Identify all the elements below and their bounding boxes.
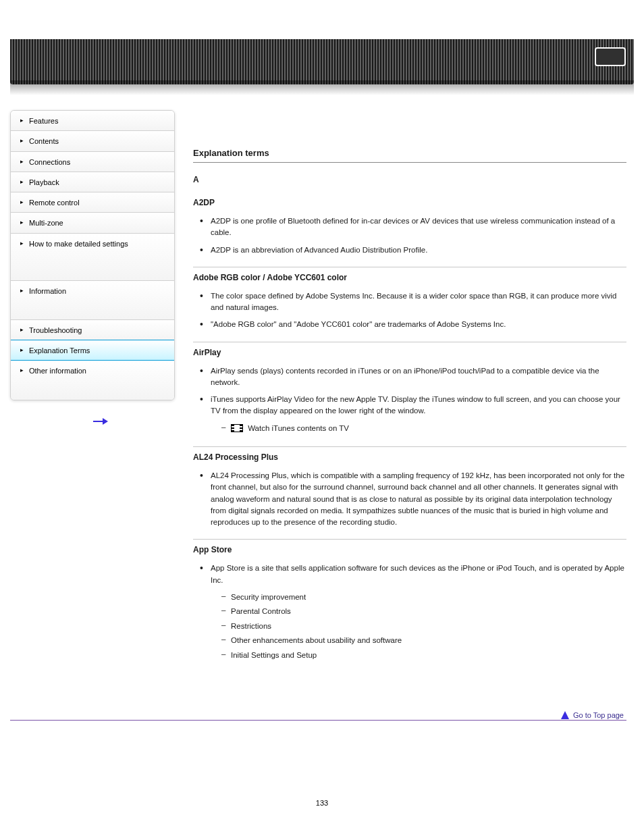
banner-shadow bbox=[10, 80, 634, 95]
sidebar-item-label: Features bbox=[29, 115, 167, 126]
sidebar-item-playback[interactable]: ▸Playback bbox=[11, 172, 174, 192]
sidebar-item-label: How to make detailed settings bbox=[29, 238, 167, 249]
film-subnote-label: Watch iTunes contents on TV bbox=[246, 424, 349, 432]
term-subnote: Restrictions bbox=[221, 619, 626, 634]
term-title: A2DP bbox=[193, 198, 626, 207]
term-row: A2DPA2DP is one profile of Bluetooth def… bbox=[193, 192, 626, 267]
sidebar-item-multi-zone[interactable]: ▸Multi-zone bbox=[11, 213, 174, 233]
sidebar-item-information[interactable]: ▸Information bbox=[11, 281, 174, 320]
term-subnote: Security improvement bbox=[221, 590, 626, 605]
app-mode-button[interactable] bbox=[595, 47, 626, 66]
chevron-right-icon: ▸ bbox=[20, 197, 24, 207]
term-row: Adobe RGB color / Adobe YCC601 colorThe … bbox=[193, 267, 626, 342]
term-note: AL24 Processing Plus, which is compatibl… bbox=[200, 467, 626, 531]
term-title: App Store bbox=[193, 545, 626, 554]
term-note: App Store is a site that sells applicati… bbox=[200, 560, 626, 665]
sidebar-item-label: Explanation Terms bbox=[29, 345, 167, 355]
chevron-right-icon: ▸ bbox=[20, 157, 24, 166]
sidebar-item-connections[interactable]: ▸Connections bbox=[11, 152, 174, 172]
chevron-right-icon: ▸ bbox=[20, 325, 24, 334]
sidebar-item-how-to-make-detailed-settings[interactable]: ▸How to make detailed settings bbox=[11, 234, 174, 281]
chevron-right-icon: ▸ bbox=[20, 177, 24, 186]
term-note: iTunes supports AirPlay Video for the ne… bbox=[200, 391, 626, 438]
term-note: AirPlay sends (plays) contents recorded … bbox=[200, 363, 626, 392]
term-note: A2DP is one profile of Bluetooth defined… bbox=[200, 213, 626, 242]
term-title: AirPlay bbox=[193, 348, 626, 357]
sidebar-item-label: Other information bbox=[29, 365, 167, 375]
term-note: The color space defined by Adobe Systems… bbox=[200, 288, 626, 317]
sidebar-item-features[interactable]: ▸Features bbox=[11, 111, 174, 131]
group-heading: A bbox=[193, 175, 626, 184]
go-to-top-label: Go to Top page bbox=[573, 711, 624, 719]
chevron-right-icon: ▸ bbox=[20, 365, 24, 375]
next-page-arrow[interactable] bbox=[93, 417, 109, 427]
page-title: Explanation terms bbox=[193, 148, 626, 158]
sidebar-item-troubleshooting[interactable]: ▸Troubleshooting bbox=[11, 320, 174, 340]
sidebar-item-label: Remote control bbox=[29, 197, 167, 207]
title-rule bbox=[193, 162, 626, 163]
sidebar-item-explanation-terms[interactable]: ▸Explanation Terms bbox=[11, 340, 174, 361]
term-row: AirPlayAirPlay sends (plays) contents re… bbox=[193, 342, 626, 448]
sidebar-item-label: Troubleshooting bbox=[29, 325, 167, 335]
sidebar-item-contents[interactable]: ▸Contents bbox=[11, 131, 174, 151]
term-subnote: Initial Settings and Setup bbox=[221, 648, 626, 663]
sidebar-item-label: Connections bbox=[29, 157, 167, 167]
sidebar-item-label: Playback bbox=[29, 177, 167, 187]
svg-marker-1 bbox=[103, 418, 108, 425]
header-banner bbox=[10, 39, 634, 84]
term-subnote: Parental Controls bbox=[221, 604, 626, 619]
sidebar-item-label: Contents bbox=[29, 136, 167, 146]
term-title: Adobe RGB color / Adobe YCC601 color bbox=[193, 273, 626, 282]
film-icon bbox=[231, 424, 243, 432]
term-note: "Adobe RGB color" and "Adobe YCC601 colo… bbox=[200, 316, 626, 333]
sidebar-item-remote-control[interactable]: ▸Remote control bbox=[11, 192, 174, 213]
term-title: AL24 Processing Plus bbox=[193, 452, 626, 462]
chevron-right-icon: ▸ bbox=[20, 217, 24, 227]
chevron-right-icon: ▸ bbox=[20, 286, 24, 295]
chevron-right-icon: ▸ bbox=[20, 115, 24, 125]
chevron-right-icon: ▸ bbox=[20, 136, 24, 145]
sidebar-item-other-information[interactable]: ▸Other information bbox=[11, 361, 174, 400]
footer-rule bbox=[10, 720, 626, 721]
term-subnote: Other enhancements about usability and s… bbox=[221, 633, 626, 648]
film-subnote: Watch iTunes contents on TV bbox=[221, 421, 626, 436]
chevron-right-icon: ▸ bbox=[20, 238, 24, 248]
sidebar-item-label: Information bbox=[29, 286, 167, 296]
chevron-right-icon: ▸ bbox=[20, 345, 24, 355]
page-number: 133 bbox=[0, 799, 644, 807]
term-note: A2DP is an abbreviation of Advanced Audi… bbox=[200, 242, 626, 259]
svg-marker-2 bbox=[561, 711, 569, 719]
main-content: Explanation terms AA2DPA2DP is one profi… bbox=[193, 110, 626, 674]
term-row: App StoreApp Store is a site that sells … bbox=[193, 540, 626, 673]
sidebar-item-label: Multi-zone bbox=[29, 217, 167, 228]
go-to-top-link[interactable]: Go to Top page bbox=[561, 711, 624, 719]
triangle-up-icon bbox=[561, 711, 569, 719]
term-row: AL24 Processing PlusAL24 Processing Plus… bbox=[193, 447, 626, 540]
sidebar-nav: ▸Features▸Contents▸Connections▸Playback▸… bbox=[10, 110, 175, 400]
